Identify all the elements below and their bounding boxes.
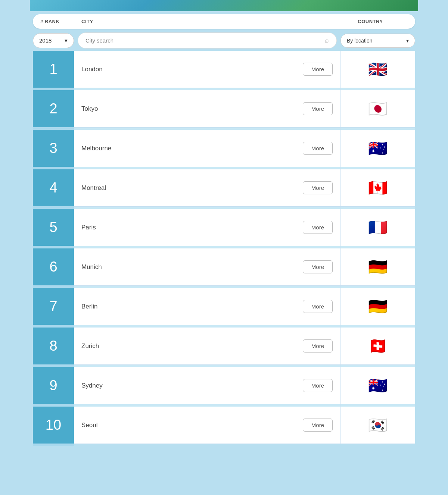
- country-cell: 🇩🇪: [340, 248, 415, 285]
- year-dropdown[interactable]: 2018 ▾: [33, 33, 74, 48]
- year-chevron-icon: ▾: [65, 37, 68, 44]
- more-button[interactable]: More: [303, 102, 333, 115]
- more-button[interactable]: More: [303, 379, 333, 392]
- country-cell: 🇯🇵: [340, 90, 415, 127]
- search-box: ⌕: [78, 32, 337, 48]
- search-input[interactable]: [85, 37, 321, 44]
- city-column-header: CITY: [81, 19, 333, 24]
- table-row: 10 Seoul More 🇰🇷: [33, 407, 415, 444]
- country-cell: 🇦🇺: [340, 367, 415, 404]
- city-name: Seoul: [81, 422, 295, 429]
- more-button[interactable]: More: [303, 142, 333, 155]
- country-flag: 🇦🇺: [368, 378, 388, 394]
- rank-cell: 5: [33, 209, 74, 246]
- more-button[interactable]: More: [303, 260, 333, 273]
- rank-cell: 9: [33, 367, 74, 404]
- country-cell: 🇩🇪: [340, 288, 415, 325]
- controls-row: 2018 ▾ ⌕ By location ▾: [33, 32, 415, 48]
- table-row: 8 Zurich More 🇨🇭: [33, 328, 415, 365]
- country-cell: 🇨🇦: [340, 169, 415, 206]
- city-cell: London More: [74, 51, 340, 88]
- country-flag: 🇬🇧: [368, 62, 388, 77]
- rank-cell: 1: [33, 51, 74, 88]
- country-flag: 🇰🇷: [368, 417, 388, 433]
- rank-number: 9: [49, 377, 57, 394]
- more-button[interactable]: More: [303, 181, 333, 194]
- banner-image: [30, 0, 418, 11]
- city-name: Paris: [81, 224, 295, 231]
- rank-number: 1: [49, 61, 57, 77]
- search-icon: ⌕: [325, 37, 329, 44]
- city-cell: Montreal More: [74, 169, 340, 206]
- country-flag: 🇯🇵: [368, 101, 388, 117]
- table-row: 4 Montreal More 🇨🇦: [33, 169, 415, 207]
- rank-number: 5: [49, 219, 57, 235]
- table-row: 1 London More 🇬🇧: [33, 51, 415, 88]
- table-row: 2 Tokyo More 🇯🇵: [33, 90, 415, 128]
- table-row: 3 Melbourne More 🇦🇺: [33, 130, 415, 167]
- rankings-table: 1 London More 🇬🇧 2 Tokyo More 🇯�: [33, 51, 415, 444]
- country-flag: 🇨🇭: [368, 338, 388, 354]
- location-dropdown[interactable]: By location ▾: [340, 34, 415, 48]
- rank-number: 6: [49, 259, 57, 275]
- country-cell: 🇨🇭: [340, 328, 415, 364]
- table-row: 7 Berlin More 🇩🇪: [33, 288, 415, 325]
- more-button[interactable]: More: [303, 221, 333, 234]
- country-cell: 🇬🇧: [340, 51, 415, 88]
- rank-cell: 8: [33, 328, 74, 364]
- rank-number: 4: [49, 180, 57, 196]
- rank-column-header: # RANK: [40, 19, 81, 24]
- main-container: # RANK CITY COUNTRY 2018 ▾ ⌕ By location…: [30, 11, 418, 447]
- rank-cell: 10: [33, 407, 74, 444]
- city-name: Berlin: [81, 303, 295, 310]
- table-header: # RANK CITY COUNTRY: [33, 14, 415, 29]
- country-flag: 🇨🇦: [368, 180, 388, 196]
- country-flag: 🇦🇺: [368, 141, 388, 156]
- city-cell: Munich More: [74, 248, 340, 285]
- city-name: Sydney: [81, 382, 295, 389]
- table-row: 6 Munich More 🇩🇪: [33, 248, 415, 286]
- city-cell: Berlin More: [74, 288, 340, 325]
- city-name: Tokyo: [81, 105, 295, 113]
- city-cell: Paris More: [74, 209, 340, 246]
- location-label: By location: [347, 38, 372, 44]
- city-cell: Melbourne More: [74, 130, 340, 167]
- country-flag: 🇩🇪: [368, 299, 388, 314]
- city-cell: Tokyo More: [74, 90, 340, 127]
- rank-number: 8: [49, 338, 57, 354]
- city-name: Montreal: [81, 184, 295, 192]
- city-name: Melbourne: [81, 145, 295, 152]
- country-flag: 🇫🇷: [368, 220, 388, 235]
- page-wrapper: # RANK CITY COUNTRY 2018 ▾ ⌕ By location…: [30, 0, 418, 447]
- rank-number: 3: [49, 140, 57, 156]
- more-button[interactable]: More: [303, 419, 333, 432]
- year-value: 2018: [39, 37, 52, 44]
- table-row: 5 Paris More 🇫🇷: [33, 209, 415, 246]
- table-row: 9 Sydney More 🇦🇺: [33, 367, 415, 404]
- country-column-header: COUNTRY: [333, 19, 408, 24]
- city-name: Munich: [81, 263, 295, 271]
- rank-number: 10: [46, 417, 61, 433]
- rank-cell: 7: [33, 288, 74, 325]
- city-name: London: [81, 66, 295, 73]
- location-chevron-icon: ▾: [406, 38, 409, 44]
- country-flag: 🇩🇪: [368, 259, 388, 275]
- rank-cell: 6: [33, 248, 74, 285]
- country-cell: 🇦🇺: [340, 130, 415, 167]
- city-cell: Zurich More: [74, 328, 340, 364]
- city-name: Zurich: [81, 342, 295, 350]
- rank-cell: 3: [33, 130, 74, 167]
- country-cell: 🇰🇷: [340, 407, 415, 444]
- city-cell: Seoul More: [74, 407, 340, 444]
- city-cell: Sydney More: [74, 367, 340, 404]
- rank-number: 7: [49, 298, 57, 314]
- rank-cell: 2: [33, 90, 74, 127]
- more-button[interactable]: More: [303, 339, 333, 353]
- rank-number: 2: [49, 101, 57, 117]
- more-button[interactable]: More: [303, 300, 333, 313]
- country-cell: 🇫🇷: [340, 209, 415, 246]
- more-button[interactable]: More: [303, 63, 333, 76]
- rank-cell: 4: [33, 169, 74, 206]
